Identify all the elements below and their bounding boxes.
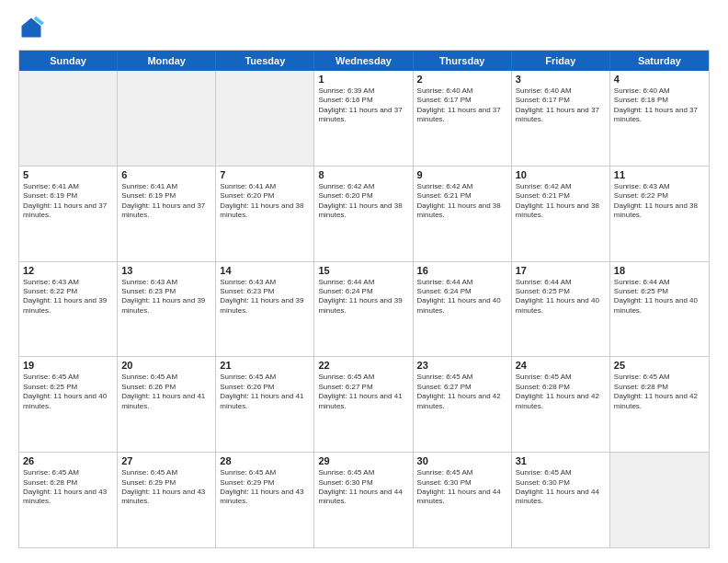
cell-info: Sunrise: 6:45 AM Sunset: 6:30 PM Dayligh… xyxy=(318,468,408,507)
day-number: 26 xyxy=(23,455,113,466)
table-row xyxy=(118,71,216,166)
table-row: 18Sunrise: 6:44 AM Sunset: 6:25 PM Dayli… xyxy=(610,262,709,357)
calendar-week: 12Sunrise: 6:43 AM Sunset: 6:22 PM Dayli… xyxy=(19,261,709,357)
weekday-header: Saturday xyxy=(610,51,709,71)
cell-info: Sunrise: 6:45 AM Sunset: 6:26 PM Dayligh… xyxy=(121,373,211,411)
cell-info: Sunrise: 6:45 AM Sunset: 6:28 PM Dayligh… xyxy=(23,468,113,507)
table-row: 13Sunrise: 6:43 AM Sunset: 6:23 PM Dayli… xyxy=(118,262,216,357)
table-row: 27Sunrise: 6:45 AM Sunset: 6:29 PM Dayli… xyxy=(118,453,216,547)
table-row: 5Sunrise: 6:41 AM Sunset: 6:19 PM Daylig… xyxy=(19,167,118,261)
table-row: 16Sunrise: 6:44 AM Sunset: 6:24 PM Dayli… xyxy=(414,262,512,357)
weekday-header: Friday xyxy=(512,51,610,71)
day-number: 29 xyxy=(318,455,408,466)
day-number: 16 xyxy=(417,265,507,276)
page: SundayMondayTuesdayWednesdayThursdayFrid… xyxy=(0,0,728,563)
cell-info: Sunrise: 6:43 AM Sunset: 6:22 PM Dayligh… xyxy=(23,278,113,316)
day-number: 7 xyxy=(220,169,310,180)
day-number: 28 xyxy=(220,455,310,466)
table-row: 12Sunrise: 6:43 AM Sunset: 6:22 PM Dayli… xyxy=(19,262,118,357)
table-row: 2Sunrise: 6:40 AM Sunset: 6:17 PM Daylig… xyxy=(414,71,512,166)
table-row: 29Sunrise: 6:45 AM Sunset: 6:30 PM Dayli… xyxy=(314,453,413,547)
table-row xyxy=(610,453,709,547)
cell-info: Sunrise: 6:45 AM Sunset: 6:25 PM Dayligh… xyxy=(23,373,113,411)
day-number: 14 xyxy=(220,265,310,276)
day-number: 17 xyxy=(516,265,606,276)
day-number: 15 xyxy=(318,265,408,276)
cell-info: Sunrise: 6:44 AM Sunset: 6:25 PM Dayligh… xyxy=(516,278,606,316)
table-row: 14Sunrise: 6:43 AM Sunset: 6:23 PM Dayli… xyxy=(216,262,314,357)
day-number: 13 xyxy=(121,265,211,276)
cell-info: Sunrise: 6:45 AM Sunset: 6:29 PM Dayligh… xyxy=(121,468,211,507)
cell-info: Sunrise: 6:40 AM Sunset: 6:17 PM Dayligh… xyxy=(417,86,507,125)
cell-info: Sunrise: 6:42 AM Sunset: 6:21 PM Dayligh… xyxy=(417,182,507,221)
table-row: 10Sunrise: 6:42 AM Sunset: 6:21 PM Dayli… xyxy=(512,167,610,261)
table-row: 8Sunrise: 6:42 AM Sunset: 6:20 PM Daylig… xyxy=(314,167,413,261)
table-row: 28Sunrise: 6:45 AM Sunset: 6:29 PM Dayli… xyxy=(216,453,314,547)
day-number: 19 xyxy=(23,360,113,371)
day-number: 11 xyxy=(614,169,705,180)
calendar-week: 5Sunrise: 6:41 AM Sunset: 6:19 PM Daylig… xyxy=(19,166,709,261)
table-row: 1Sunrise: 6:39 AM Sunset: 6:16 PM Daylig… xyxy=(314,71,413,166)
day-number: 5 xyxy=(23,169,113,180)
calendar-body: 1Sunrise: 6:39 AM Sunset: 6:16 PM Daylig… xyxy=(19,71,709,547)
calendar-header: SundayMondayTuesdayWednesdayThursdayFrid… xyxy=(19,51,709,71)
cell-info: Sunrise: 6:43 AM Sunset: 6:23 PM Dayligh… xyxy=(220,278,310,316)
day-number: 25 xyxy=(614,360,705,371)
cell-info: Sunrise: 6:42 AM Sunset: 6:20 PM Dayligh… xyxy=(318,182,408,221)
table-row: 24Sunrise: 6:45 AM Sunset: 6:28 PM Dayli… xyxy=(512,357,610,452)
cell-info: Sunrise: 6:40 AM Sunset: 6:17 PM Dayligh… xyxy=(516,86,606,125)
day-number: 6 xyxy=(121,169,211,180)
table-row: 4Sunrise: 6:40 AM Sunset: 6:18 PM Daylig… xyxy=(610,71,709,166)
logo-icon xyxy=(18,15,44,40)
table-row: 30Sunrise: 6:45 AM Sunset: 6:30 PM Dayli… xyxy=(414,453,512,547)
day-number: 1 xyxy=(318,74,408,85)
weekday-header: Monday xyxy=(118,51,216,71)
day-number: 12 xyxy=(23,265,113,276)
day-number: 24 xyxy=(516,360,606,371)
day-number: 18 xyxy=(614,265,705,276)
calendar-week: 26Sunrise: 6:45 AM Sunset: 6:28 PM Dayli… xyxy=(19,452,709,547)
table-row: 23Sunrise: 6:45 AM Sunset: 6:27 PM Dayli… xyxy=(414,357,512,452)
day-number: 9 xyxy=(417,169,507,180)
cell-info: Sunrise: 6:44 AM Sunset: 6:25 PM Dayligh… xyxy=(614,278,705,316)
table-row: 15Sunrise: 6:44 AM Sunset: 6:24 PM Dayli… xyxy=(314,262,413,357)
cell-info: Sunrise: 6:40 AM Sunset: 6:18 PM Dayligh… xyxy=(614,86,705,125)
cell-info: Sunrise: 6:45 AM Sunset: 6:26 PM Dayligh… xyxy=(220,373,310,411)
table-row: 7Sunrise: 6:41 AM Sunset: 6:20 PM Daylig… xyxy=(216,167,314,261)
day-number: 31 xyxy=(516,455,606,466)
table-row: 3Sunrise: 6:40 AM Sunset: 6:17 PM Daylig… xyxy=(512,71,610,166)
weekday-header: Tuesday xyxy=(216,51,314,71)
table-row: 17Sunrise: 6:44 AM Sunset: 6:25 PM Dayli… xyxy=(512,262,610,357)
calendar-week: 19Sunrise: 6:45 AM Sunset: 6:25 PM Dayli… xyxy=(19,356,709,452)
calendar: SundayMondayTuesdayWednesdayThursdayFrid… xyxy=(18,50,710,548)
weekday-header: Thursday xyxy=(414,51,512,71)
table-row: 26Sunrise: 6:45 AM Sunset: 6:28 PM Dayli… xyxy=(19,453,118,547)
day-number: 8 xyxy=(318,169,408,180)
cell-info: Sunrise: 6:45 AM Sunset: 6:28 PM Dayligh… xyxy=(614,373,705,411)
table-row: 20Sunrise: 6:45 AM Sunset: 6:26 PM Dayli… xyxy=(118,357,216,452)
day-number: 22 xyxy=(318,360,408,371)
cell-info: Sunrise: 6:43 AM Sunset: 6:23 PM Dayligh… xyxy=(121,278,211,316)
weekday-header: Wednesday xyxy=(314,51,413,71)
cell-info: Sunrise: 6:45 AM Sunset: 6:29 PM Dayligh… xyxy=(220,468,310,507)
weekday-header: Sunday xyxy=(19,51,118,71)
calendar-week: 1Sunrise: 6:39 AM Sunset: 6:16 PM Daylig… xyxy=(19,71,709,166)
day-number: 2 xyxy=(417,74,507,85)
day-number: 20 xyxy=(121,360,211,371)
table-row: 9Sunrise: 6:42 AM Sunset: 6:21 PM Daylig… xyxy=(414,167,512,261)
cell-info: Sunrise: 6:42 AM Sunset: 6:21 PM Dayligh… xyxy=(516,182,606,221)
day-number: 4 xyxy=(614,74,705,85)
table-row: 6Sunrise: 6:41 AM Sunset: 6:19 PM Daylig… xyxy=(118,167,216,261)
day-number: 3 xyxy=(516,74,606,85)
cell-info: Sunrise: 6:45 AM Sunset: 6:27 PM Dayligh… xyxy=(417,373,507,411)
cell-info: Sunrise: 6:45 AM Sunset: 6:30 PM Dayligh… xyxy=(516,468,606,507)
day-number: 21 xyxy=(220,360,310,371)
table-row: 25Sunrise: 6:45 AM Sunset: 6:28 PM Dayli… xyxy=(610,357,709,452)
table-row xyxy=(216,71,314,166)
cell-info: Sunrise: 6:44 AM Sunset: 6:24 PM Dayligh… xyxy=(417,278,507,316)
day-number: 23 xyxy=(417,360,507,371)
table-row: 22Sunrise: 6:45 AM Sunset: 6:27 PM Dayli… xyxy=(314,357,413,452)
cell-info: Sunrise: 6:45 AM Sunset: 6:28 PM Dayligh… xyxy=(516,373,606,411)
cell-info: Sunrise: 6:45 AM Sunset: 6:27 PM Dayligh… xyxy=(318,373,408,411)
table-row: 19Sunrise: 6:45 AM Sunset: 6:25 PM Dayli… xyxy=(19,357,118,452)
